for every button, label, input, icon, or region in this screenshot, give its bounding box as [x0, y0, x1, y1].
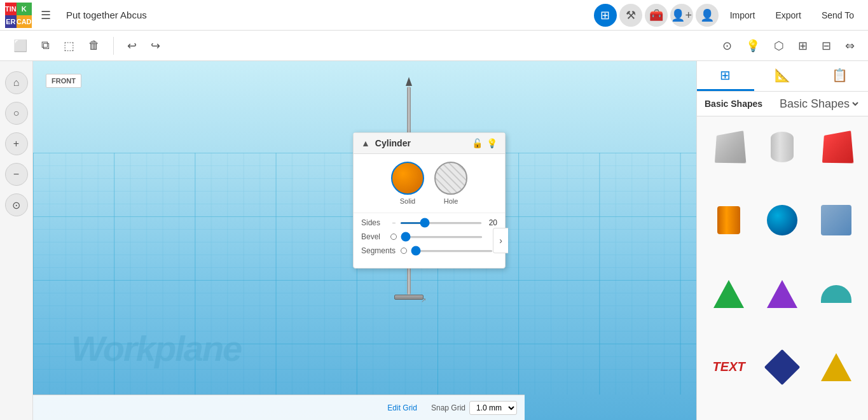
redo-button[interactable]: ↪: [145, 34, 166, 57]
delete-button[interactable]: 🗑: [83, 34, 106, 57]
solid-circle: [391, 162, 424, 195]
send-to-button[interactable]: Send To: [813, 6, 863, 24]
snap-select[interactable]: 1.0 mm 0.5 mm 2.0 mm: [469, 401, 517, 415]
viewport[interactable]: FRONT: [33, 61, 696, 420]
grid-button[interactable]: ⊞: [792, 34, 813, 57]
logo-cad: CAD: [17, 15, 32, 28]
edit-grid-button[interactable]: Edit Grid: [383, 402, 421, 414]
shape-panel-header: ▲ Cylinder 🔓 💡: [354, 133, 505, 154]
logo-tin: TIN: [5, 3, 17, 15]
segments-control: [401, 248, 493, 254]
panel-collapse-arrow[interactable]: ›: [493, 228, 508, 253]
shape-item-box-gray[interactable]: [705, 124, 753, 192]
hole-circle: [434, 162, 467, 195]
hole-option[interactable]: Hole: [434, 162, 467, 205]
shape-sliders: Sides − 20 Bevel 0: [354, 213, 505, 268]
bevel-control: [390, 234, 483, 240]
bevel-label: Bevel: [361, 232, 385, 241]
menu-button[interactable]: ☰: [36, 6, 56, 25]
duplicate-button[interactable]: ⬚: [58, 34, 80, 57]
logo[interactable]: TIN K ER CAD: [5, 3, 31, 28]
info-button[interactable]: ⊙: [5, 193, 28, 216]
bevel-dot[interactable]: [390, 234, 397, 240]
segments-dot[interactable]: [401, 248, 407, 254]
sides-minus-icon[interactable]: −: [392, 220, 396, 227]
shape-item-diamond-navy[interactable]: [758, 344, 806, 412]
basic-shapes-title: Basic Shapes: [705, 99, 777, 109]
cylinder-orange-visual: [717, 206, 740, 234]
shape-item-arch-teal[interactable]: [812, 271, 860, 339]
mirror-button[interactable]: ⇔: [839, 34, 860, 57]
left-sidebar: ⌂ ○ + − ⊙: [0, 61, 33, 420]
camera-button[interactable]: ⊙: [717, 34, 738, 57]
top-nav: TIN K ER CAD ☰ Put together Abcus ⊞ ⚒ 🧰 …: [0, 0, 868, 31]
solid-option[interactable]: Solid: [391, 162, 424, 205]
shape-item-cylinder-gray[interactable]: [758, 124, 806, 192]
visibility-icon[interactable]: 💡: [486, 138, 497, 148]
sides-slider[interactable]: [400, 222, 482, 224]
project-title: Put together Abcus: [66, 10, 147, 20]
import-button[interactable]: Import: [721, 6, 764, 24]
sides-value: 20: [487, 218, 497, 227]
fit-view-button[interactable]: ○: [5, 102, 28, 125]
shapes-category-select[interactable]: Basic Shapes Text Connectors: [777, 97, 860, 111]
front-label-text: FRONT: [52, 77, 76, 85]
align-button[interactable]: ⊟: [816, 34, 837, 57]
zoom-in-button[interactable]: +: [5, 132, 28, 155]
shape-thumb-scribble: [817, 201, 855, 239]
shape-panel-title: Cylinder: [375, 138, 467, 148]
zoom-out-button[interactable]: −: [5, 163, 28, 186]
pyramid-yellow-visual: [821, 353, 851, 381]
segments-slider[interactable]: [411, 250, 493, 252]
shapes-button[interactable]: ⬡: [768, 34, 790, 57]
shape-thumb-text-3d: TEXT: [710, 348, 748, 386]
shapes-grid: TEXT: [697, 116, 868, 420]
bevel-slider[interactable]: [401, 236, 483, 238]
shape-thumb-pyramid-green: [710, 275, 748, 313]
shape-item-text-3d[interactable]: TEXT: [705, 344, 753, 412]
shape-item-pyramid-green[interactable]: [705, 271, 753, 339]
profile-button[interactable]: 👤: [696, 4, 719, 27]
export-button[interactable]: Export: [766, 6, 809, 24]
tab-grid[interactable]: ⊞: [697, 61, 754, 91]
grid-view-button[interactable]: ⊞: [594, 4, 617, 27]
undo-button[interactable]: ↩: [121, 34, 142, 57]
hole-label: Hole: [444, 197, 458, 205]
toolbar: ⬜ ⧉ ⬚ 🗑 ↩ ↪ ⊙ 💡 ⬡ ⊞ ⊟ ⇔: [0, 31, 868, 61]
segments-slider-row: Segments 1: [361, 246, 497, 255]
shape-thumb-pyramid-purple: [763, 275, 801, 313]
lock-icon[interactable]: 🔓: [472, 138, 483, 148]
shape-item-box-red[interactable]: [812, 124, 860, 192]
add-user-button[interactable]: 👤+: [670, 4, 693, 27]
tab-notes[interactable]: 📋: [811, 61, 868, 91]
sphere-blue-visual: [767, 205, 797, 235]
copy-button[interactable]: ⧉: [36, 34, 55, 57]
shape-panel: ▲ Cylinder 🔓 💡 Solid Hole: [353, 132, 506, 269]
base-bottom: [394, 295, 424, 300]
text-3d-visual: TEXT: [713, 360, 745, 374]
shape-item-pyramid-yellow[interactable]: [812, 344, 860, 412]
right-panel-tabs: ⊞ 📐 📋: [697, 61, 868, 92]
segments-label: Segments: [361, 246, 396, 255]
sides-slider-row: Sides − 20: [361, 218, 497, 227]
home-view-button[interactable]: ⌂: [5, 71, 28, 94]
box-gray-visual: [715, 130, 746, 163]
shape-item-scribble[interactable]: [812, 197, 860, 265]
new-button[interactable]: ⬜: [8, 34, 33, 57]
basic-shapes-header: Basic Shapes Basic Shapes Text Connector…: [697, 92, 868, 116]
inventory-button[interactable]: 🧰: [645, 4, 668, 27]
sides-control: −: [392, 220, 482, 227]
nav-right: ⊞ ⚒ 🧰 👤+ 👤 Import Export Send To: [594, 4, 863, 27]
pyramid-green-visual: [713, 280, 744, 308]
shape-item-sphere-blue[interactable]: [758, 197, 806, 265]
bevel-slider-row: Bevel 0: [361, 232, 497, 241]
shape-item-cylinder-orange[interactable]: [705, 197, 753, 265]
tab-ruler[interactable]: 📐: [754, 61, 811, 91]
resize-handle[interactable]: ↗: [421, 297, 426, 304]
light-button[interactable]: 💡: [740, 34, 766, 57]
shape-item-pyramid-purple[interactable]: [758, 271, 806, 339]
shape-thumb-cylinder-gray: [763, 128, 801, 166]
shape-panel-icons: 🔓 💡: [472, 138, 497, 148]
build-button[interactable]: ⚒: [619, 4, 642, 27]
panel-collapse-btn[interactable]: ▲: [361, 138, 370, 148]
